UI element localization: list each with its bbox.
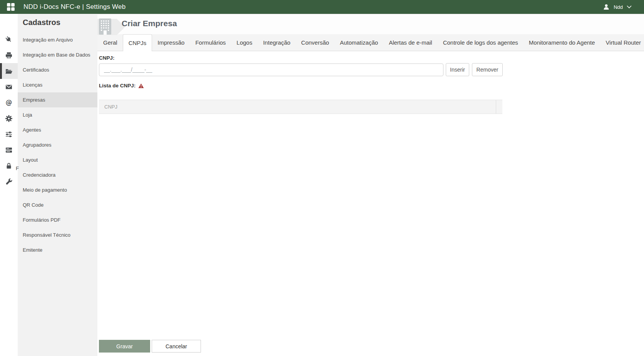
cnpj-grid-header: CNPJ	[99, 100, 502, 114]
rail-item-printing[interactable]	[0, 47, 18, 63]
tab-strip: Geral CNPJs Impressão Formulários Logos …	[97, 34, 644, 51]
building-icon	[99, 18, 112, 35]
at-sign-icon: @	[5, 99, 13, 107]
printer-icon	[5, 52, 13, 59]
tab-logos[interactable]: Logos	[231, 34, 258, 51]
tab-monitoramento-agente[interactable]: Monitoramento do Agente	[524, 34, 601, 51]
chevron-down-icon	[627, 5, 632, 8]
server-icon	[5, 146, 13, 154]
user-icon	[603, 3, 610, 10]
sliders-icon	[5, 130, 13, 138]
tab-controle-logs-agentes[interactable]: Controle de logs dos agentes	[438, 34, 524, 51]
main-panel: Criar Empresa Geral CNPJs Impressão Form…	[97, 14, 644, 356]
rail-item-integration[interactable]	[0, 32, 18, 47]
sidebar-item-responsavel-tecnico[interactable]: Responsável Técnico	[18, 227, 97, 242]
sidebar-item-meio-de-pagamento[interactable]: Meio de pagamento	[18, 182, 97, 197]
rail-item-email-config[interactable]: @	[0, 95, 18, 110]
remove-button[interactable]: Remover	[472, 63, 503, 76]
rail-item-parameters[interactable]	[0, 126, 18, 142]
cnpj-input-row: Inserir Remover	[99, 63, 644, 76]
user-name: Ndd	[614, 4, 623, 10]
rail-item-mail[interactable]	[0, 79, 18, 95]
sidebar-item-integracao-arquivo[interactable]: Integração em Arquivo	[18, 32, 97, 47]
sidebar-item-certificados[interactable]: Certificados	[18, 62, 97, 77]
wrench-icon	[5, 178, 13, 186]
page-title: Criar Empresa	[122, 19, 177, 28]
sidebar-cadastros: Cadastros Integração em Arquivo Integraç…	[18, 14, 97, 356]
rail-item-settings[interactable]	[0, 110, 18, 126]
apps-grid-icon[interactable]	[7, 3, 15, 11]
sidebar-item-loja[interactable]: Loja	[18, 107, 97, 122]
tab-content-cnpjs: CNPJ: Inserir Remover Lista de CNPJ: CNP…	[97, 51, 644, 356]
tab-alertas-email[interactable]: Alertas de e-mail	[383, 34, 438, 51]
sidebar-item-layout[interactable]: Layout	[18, 152, 97, 167]
tab-integracao[interactable]: Integração	[258, 34, 296, 51]
rail-item-cadastros[interactable]	[0, 63, 18, 79]
grid-column-cnpj[interactable]: CNPJ	[99, 100, 496, 114]
tab-formularios[interactable]: Formulários	[190, 34, 231, 51]
sidebar-item-licencas[interactable]: Licenças	[18, 77, 97, 92]
cnpj-list-label-row: Lista de CNPJ:	[99, 83, 644, 89]
sidebar-item-agentes[interactable]: Agentes	[18, 122, 97, 137]
icon-rail: @	[0, 14, 18, 356]
cnpj-list-label: Lista de CNPJ:	[99, 83, 135, 89]
warning-icon	[138, 83, 144, 89]
sidebar-item-empresas[interactable]: Empresas	[18, 92, 97, 107]
page-header: Criar Empresa	[97, 14, 644, 34]
lock-icon	[5, 162, 13, 170]
tab-conversao[interactable]: Conversão	[296, 34, 335, 51]
tab-cnpjs[interactable]: CNPJs	[123, 34, 152, 51]
rail-item-security[interactable]	[0, 158, 18, 174]
sidebar-item-agrupadores[interactable]: Agrupadores	[18, 137, 97, 152]
cnpj-field-label: CNPJ:	[99, 55, 644, 61]
sidebar-item-credenciadora[interactable]: Credenciadora	[18, 167, 97, 182]
rail-item-services[interactable]	[0, 142, 18, 158]
tab-virtual-router[interactable]: Virtual Router	[601, 34, 644, 51]
cnpj-grid: CNPJ	[99, 100, 502, 114]
cancel-button[interactable]: Cancelar	[152, 340, 201, 353]
gear-icon	[5, 115, 13, 122]
form-actions: Gravar Cancelar	[99, 340, 644, 353]
top-bar: NDD i-Docs NFC-e | Settings Web Ndd	[0, 0, 644, 14]
save-button[interactable]: Gravar	[99, 340, 150, 353]
sidebar-item-qr-code[interactable]: QR Code	[18, 197, 97, 212]
folder-open-icon	[5, 67, 13, 75]
tab-automatizacao[interactable]: Automatização	[335, 34, 383, 51]
rail-item-tools[interactable]	[0, 174, 18, 189]
user-menu[interactable]: Ndd	[603, 3, 632, 10]
app-title: NDD i-Docs NFC-e | Settings Web	[23, 3, 125, 11]
plug-icon	[5, 36, 13, 43]
sidebar-item-integracao-base-dados[interactable]: Integração em Base de Dados	[18, 47, 97, 62]
insert-button[interactable]: Inserir	[446, 63, 469, 76]
app-shell: @	[0, 14, 644, 356]
sidebar-item-formularios-pdf[interactable]: Formulários PDF	[18, 212, 97, 227]
sidebar-item-emitente[interactable]: Emitente	[18, 242, 97, 257]
grid-scrollbar-gutter	[496, 100, 502, 114]
tab-geral[interactable]: Geral	[98, 34, 123, 51]
clipped-rail-tooltip: F	[16, 165, 19, 171]
content-spacer	[99, 114, 644, 340]
cnpj-input[interactable]	[99, 64, 443, 76]
sidebar-heading: Cadastros	[23, 18, 97, 27]
envelope-icon	[5, 83, 13, 91]
tab-impressao[interactable]: Impressão	[152, 34, 190, 51]
svg-text:@: @	[6, 99, 12, 106]
